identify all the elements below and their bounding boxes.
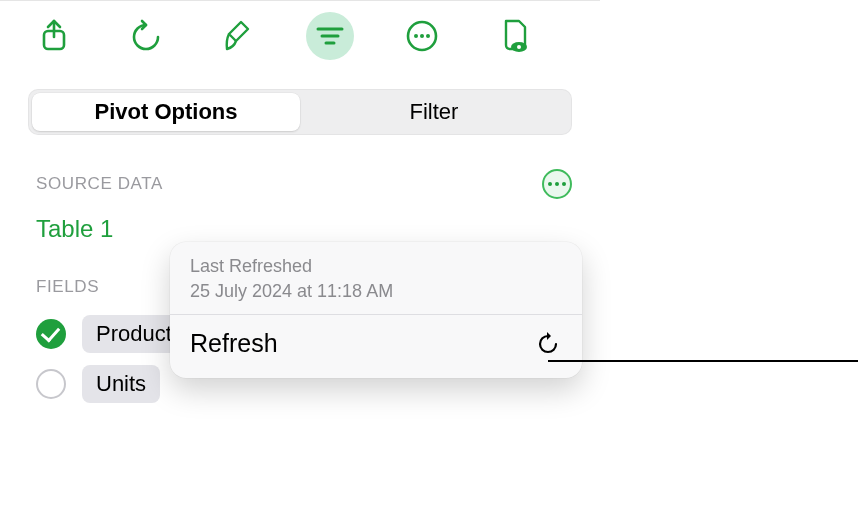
svg-point-7 <box>426 34 430 38</box>
document-eye-icon <box>499 18 529 54</box>
source-data-more-button[interactable] <box>542 169 572 199</box>
field-checkbox-product[interactable] <box>36 319 66 349</box>
dot-icon <box>562 182 566 186</box>
filter-lines-icon <box>315 24 345 48</box>
last-refreshed-timestamp: 25 July 2024 at 11:18 AM <box>190 281 562 302</box>
dot-icon <box>555 182 559 186</box>
dot-icon <box>548 182 552 186</box>
share-icon <box>39 19 69 53</box>
share-button[interactable] <box>30 12 78 60</box>
source-table-name[interactable]: Table 1 <box>0 199 600 243</box>
refresh-icon <box>534 330 562 358</box>
field-chip[interactable]: Units <box>82 365 160 403</box>
format-brush-button[interactable] <box>214 12 262 60</box>
refresh-label: Refresh <box>190 329 278 358</box>
source-data-section-label: SOURCE DATA <box>36 174 163 194</box>
review-button[interactable] <box>490 12 538 60</box>
refresh-popover: Last Refreshed 25 July 2024 at 11:18 AM … <box>170 242 582 378</box>
ellipsis-circle-icon <box>405 19 439 53</box>
field-checkbox-units[interactable] <box>36 369 66 399</box>
last-refreshed-label: Last Refreshed <box>190 256 562 277</box>
toolbar <box>0 1 600 71</box>
more-button[interactable] <box>398 12 446 60</box>
tab-pivot-options[interactable]: Pivot Options <box>32 93 300 131</box>
paintbrush-icon <box>223 19 253 53</box>
undo-button[interactable] <box>122 12 170 60</box>
refresh-action[interactable]: Refresh <box>170 315 582 372</box>
svg-point-9 <box>517 45 521 49</box>
pivot-panel-button[interactable] <box>306 12 354 60</box>
tab-filter[interactable]: Filter <box>300 93 568 131</box>
undo-icon <box>129 19 163 53</box>
callout-leader-line <box>548 360 858 362</box>
inspector-tabs: Pivot Options Filter <box>28 89 572 135</box>
svg-point-6 <box>420 34 424 38</box>
svg-point-5 <box>414 34 418 38</box>
